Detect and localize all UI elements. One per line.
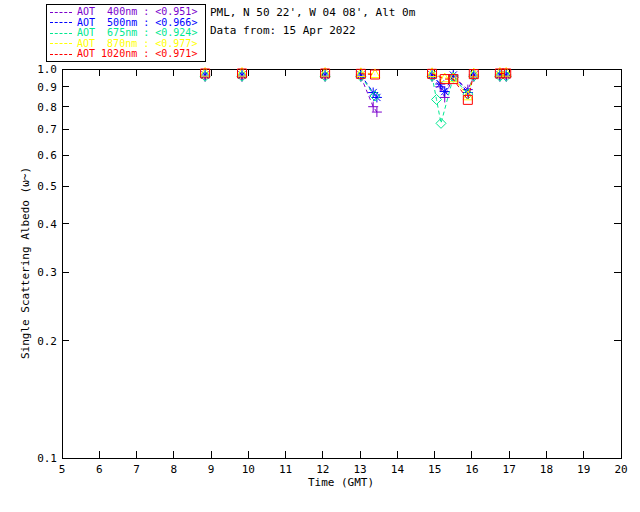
x-tick-label: 13 [354, 463, 367, 476]
x-tick-label: 10 [242, 463, 255, 476]
legend-entry-aot-500nm: AOT 500nm : <0.966> [50, 18, 202, 28]
x-tick-label: 11 [279, 463, 292, 476]
y-tick-label: 0.9 [37, 81, 57, 94]
x-tick-label: 8 [170, 463, 177, 476]
legend-entry-label: AOT 500nm : <0.966> [77, 18, 197, 28]
data-date-text: Data from: 15 Apr 2022 [210, 24, 356, 37]
legend-line-sample [50, 12, 72, 13]
x-tick-label: 6 [96, 463, 103, 476]
x-tick-label: 7 [133, 463, 140, 476]
y-axis-title: Single Scattering Albedo (ω~) [19, 167, 32, 359]
x-tick-label: 12 [316, 463, 329, 476]
x-tick-label: 19 [577, 463, 590, 476]
y-tick-label: 0.3 [37, 266, 57, 279]
x-tick-label: 15 [428, 463, 441, 476]
ssa-time-series-chart: 5678910111213141516171819200.10.20.30.40… [0, 0, 640, 512]
legend-entry-aot-870nm: AOT 870nm : <0.977> [50, 39, 202, 49]
legend-entry-aot-1020nm: AOT 1020nm : <0.971> [50, 49, 202, 59]
series-line-1020nm [361, 74, 375, 75]
x-tick-label: 16 [465, 463, 478, 476]
x-tick-label: 17 [503, 463, 516, 476]
data-point-675nm [436, 118, 446, 128]
x-tick-label: 5 [59, 463, 66, 476]
legend-line-sample [50, 22, 72, 23]
legend-entry-aot-675nm: AOT 675nm : <0.924> [50, 28, 202, 38]
x-tick-label: 14 [391, 463, 405, 476]
legend-line-sample [50, 54, 72, 55]
site-location-text: PML, N 50 22', W 04 08', Alt 0m [210, 6, 415, 19]
y-tick-label: 0.4 [37, 218, 57, 231]
plot-page: 5678910111213141516171819200.10.20.30.40… [0, 0, 640, 512]
legend-line-sample [50, 33, 72, 34]
legend-entry-label: AOT 400nm : <0.951> [77, 7, 197, 17]
legend-entry-aot-400nm: AOT 400nm : <0.951> [50, 7, 202, 17]
legend-entry-label: AOT 1020nm : <0.971> [77, 49, 197, 59]
legend-entry-label: AOT 675nm : <0.924> [77, 28, 197, 38]
x-tick-label: 18 [540, 463, 553, 476]
y-tick-label: 0.7 [37, 123, 57, 136]
x-tick-label: 9 [208, 463, 215, 476]
legend-line-sample [50, 43, 72, 44]
y-tick-label: 0.2 [37, 335, 57, 348]
x-tick-label: 20 [614, 463, 627, 476]
y-tick-label: 0.5 [37, 180, 57, 193]
y-tick-label: 0.6 [37, 149, 57, 162]
plot-frame [62, 69, 621, 458]
y-tick-label: 1.0 [37, 63, 57, 76]
y-tick-label: 0.1 [37, 452, 57, 465]
x-axis-title: Time (GMT) [308, 476, 374, 489]
legend-box: AOT 400nm : <0.951>AOT 500nm : <0.966>AO… [46, 4, 206, 62]
y-tick-label: 0.8 [37, 101, 57, 114]
legend-entry-label: AOT 870nm : <0.977> [77, 39, 197, 49]
